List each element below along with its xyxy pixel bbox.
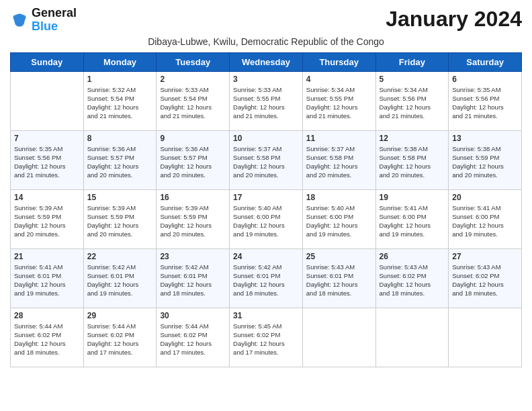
day-info: Sunrise: 5:42 AM Sunset: 6:01 PM Dayligh… [160,263,226,298]
day-info: Sunrise: 5:39 AM Sunset: 5:59 PM Dayligh… [14,203,80,239]
day-number: 17 [233,193,299,202]
day-number: 16 [160,193,226,202]
calendar-cell [449,308,522,367]
day-number: 14 [14,193,80,202]
calendar-cell: 4Sunrise: 5:34 AM Sunset: 5:55 PM Daylig… [302,71,375,130]
calendar-cell: 6Sunrise: 5:35 AM Sunset: 5:56 PM Daylig… [449,71,522,130]
day-number: 31 [233,311,299,320]
day-info: Sunrise: 5:33 AM Sunset: 5:55 PM Dayligh… [233,85,299,121]
day-info: Sunrise: 5:36 AM Sunset: 5:57 PM Dayligh… [87,144,153,180]
calendar-cell: 1Sunrise: 5:32 AM Sunset: 5:54 PM Daylig… [83,71,157,130]
day-info: Sunrise: 5:42 AM Sunset: 6:01 PM Dayligh… [87,263,153,298]
day-number: 22 [87,252,153,261]
header-thursday: Thursday [302,52,375,71]
day-info: Sunrise: 5:39 AM Sunset: 5:59 PM Dayligh… [160,203,226,239]
day-info: Sunrise: 5:41 AM Sunset: 6:00 PM Dayligh… [452,203,518,239]
day-info: Sunrise: 5:38 AM Sunset: 5:58 PM Dayligh… [380,144,445,180]
day-number: 18 [306,193,372,202]
calendar-cell: 7Sunrise: 5:35 AM Sunset: 5:56 PM Daylig… [11,130,84,189]
day-number: 6 [452,75,518,84]
calendar-cell: 29Sunrise: 5:44 AM Sunset: 6:02 PM Dayli… [83,308,157,367]
calendar-week-row: 1Sunrise: 5:32 AM Sunset: 5:54 PM Daylig… [11,71,522,130]
calendar-cell: 13Sunrise: 5:38 AM Sunset: 5:59 PM Dayli… [449,130,522,189]
day-number: 7 [14,134,80,143]
day-number: 5 [380,75,445,84]
calendar-cell: 20Sunrise: 5:41 AM Sunset: 6:00 PM Dayli… [449,189,522,248]
calendar-cell: 17Sunrise: 5:40 AM Sunset: 6:00 PM Dayli… [230,189,303,248]
calendar-week-row: 7Sunrise: 5:35 AM Sunset: 5:56 PM Daylig… [11,130,522,189]
day-number: 21 [14,252,80,261]
header-friday: Friday [375,52,449,71]
day-info: Sunrise: 5:44 AM Sunset: 6:02 PM Dayligh… [160,322,226,357]
header-saturday: Saturday [449,52,522,71]
day-number: 24 [233,252,299,261]
day-info: Sunrise: 5:40 AM Sunset: 6:00 PM Dayligh… [306,203,372,239]
day-number: 13 [452,134,518,143]
calendar-cell: 22Sunrise: 5:42 AM Sunset: 6:01 PM Dayli… [83,248,157,308]
day-info: Sunrise: 5:38 AM Sunset: 5:59 PM Dayligh… [452,144,518,180]
calendar-cell: 26Sunrise: 5:43 AM Sunset: 6:02 PM Dayli… [375,248,449,308]
calendar-cell: 27Sunrise: 5:43 AM Sunset: 6:02 PM Dayli… [449,248,522,308]
header-sunday: Sunday [11,52,84,71]
calendar-cell: 16Sunrise: 5:39 AM Sunset: 5:59 PM Dayli… [157,189,230,248]
logo: General Blue [10,7,77,34]
day-info: Sunrise: 5:41 AM Sunset: 6:00 PM Dayligh… [380,203,445,239]
day-number: 26 [380,252,445,261]
day-number: 30 [160,311,226,320]
day-info: Sunrise: 5:44 AM Sunset: 6:02 PM Dayligh… [87,322,153,357]
calendar-week-row: 28Sunrise: 5:44 AM Sunset: 6:02 PM Dayli… [11,308,522,367]
day-info: Sunrise: 5:44 AM Sunset: 6:02 PM Dayligh… [14,322,80,357]
day-number: 11 [306,134,372,143]
day-info: Sunrise: 5:45 AM Sunset: 6:02 PM Dayligh… [233,322,299,357]
calendar-cell [302,308,375,367]
calendar-cell: 3Sunrise: 5:33 AM Sunset: 5:55 PM Daylig… [230,71,303,130]
header-tuesday: Tuesday [157,52,230,71]
day-info: Sunrise: 5:43 AM Sunset: 6:01 PM Dayligh… [306,263,372,298]
calendar-cell: 25Sunrise: 5:43 AM Sunset: 6:01 PM Dayli… [302,248,375,308]
day-info: Sunrise: 5:40 AM Sunset: 6:00 PM Dayligh… [233,203,299,239]
calendar-cell: 30Sunrise: 5:44 AM Sunset: 6:02 PM Dayli… [157,308,230,367]
day-number: 23 [160,252,226,261]
calendar-cell: 15Sunrise: 5:39 AM Sunset: 5:59 PM Dayli… [83,189,157,248]
calendar-cell: 8Sunrise: 5:36 AM Sunset: 5:57 PM Daylig… [83,130,157,189]
calendar-cell: 2Sunrise: 5:33 AM Sunset: 5:54 PM Daylig… [157,71,230,130]
day-info: Sunrise: 5:32 AM Sunset: 5:54 PM Dayligh… [87,85,153,121]
day-info: Sunrise: 5:35 AM Sunset: 5:56 PM Dayligh… [14,144,80,180]
calendar-cell: 24Sunrise: 5:42 AM Sunset: 6:01 PM Dayli… [230,248,303,308]
day-number: 25 [306,252,372,261]
day-info: Sunrise: 5:33 AM Sunset: 5:54 PM Dayligh… [160,85,226,121]
day-info: Sunrise: 5:43 AM Sunset: 6:02 PM Dayligh… [380,263,445,298]
day-info: Sunrise: 5:42 AM Sunset: 6:01 PM Dayligh… [233,263,299,298]
day-info: Sunrise: 5:39 AM Sunset: 5:59 PM Dayligh… [87,203,153,239]
day-number: 19 [380,193,445,202]
day-number: 4 [306,75,372,84]
day-info: Sunrise: 5:35 AM Sunset: 5:56 PM Dayligh… [452,85,518,121]
calendar-header-row: SundayMondayTuesdayWednesdayThursdayFrid… [11,52,522,71]
calendar-cell [11,71,84,130]
calendar-cell: 10Sunrise: 5:37 AM Sunset: 5:58 PM Dayli… [230,130,303,189]
calendar-cell: 14Sunrise: 5:39 AM Sunset: 5:59 PM Dayli… [11,189,84,248]
calendar-cell: 19Sunrise: 5:41 AM Sunset: 6:00 PM Dayli… [375,189,449,248]
calendar-week-row: 21Sunrise: 5:41 AM Sunset: 6:01 PM Dayli… [11,248,522,308]
calendar-cell: 5Sunrise: 5:34 AM Sunset: 5:56 PM Daylig… [375,71,449,130]
logo-general: General [32,7,77,20]
day-number: 20 [452,193,518,202]
day-info: Sunrise: 5:36 AM Sunset: 5:57 PM Dayligh… [160,144,226,180]
calendar-cell: 12Sunrise: 5:38 AM Sunset: 5:58 PM Dayli… [375,130,449,189]
location-subtitle: Dibaya-Lubwe, Kwilu, Democratic Republic… [10,36,522,47]
calendar-cell [375,308,449,367]
day-info: Sunrise: 5:41 AM Sunset: 6:01 PM Dayligh… [14,263,80,298]
calendar-cell: 23Sunrise: 5:42 AM Sunset: 6:01 PM Dayli… [157,248,230,308]
header-wednesday: Wednesday [230,52,303,71]
calendar-cell: 18Sunrise: 5:40 AM Sunset: 6:00 PM Dayli… [302,189,375,248]
day-number: 9 [160,134,226,143]
day-number: 15 [87,193,153,202]
day-number: 10 [233,134,299,143]
calendar-cell: 21Sunrise: 5:41 AM Sunset: 6:01 PM Dayli… [11,248,84,308]
calendar-week-row: 14Sunrise: 5:39 AM Sunset: 5:59 PM Dayli… [11,189,522,248]
month-title: January 2024 [386,7,522,32]
day-info: Sunrise: 5:37 AM Sunset: 5:58 PM Dayligh… [233,144,299,180]
day-info: Sunrise: 5:43 AM Sunset: 6:02 PM Dayligh… [452,263,518,298]
day-number: 12 [380,134,445,143]
calendar-table: SundayMondayTuesdayWednesdayThursdayFrid… [10,52,522,367]
